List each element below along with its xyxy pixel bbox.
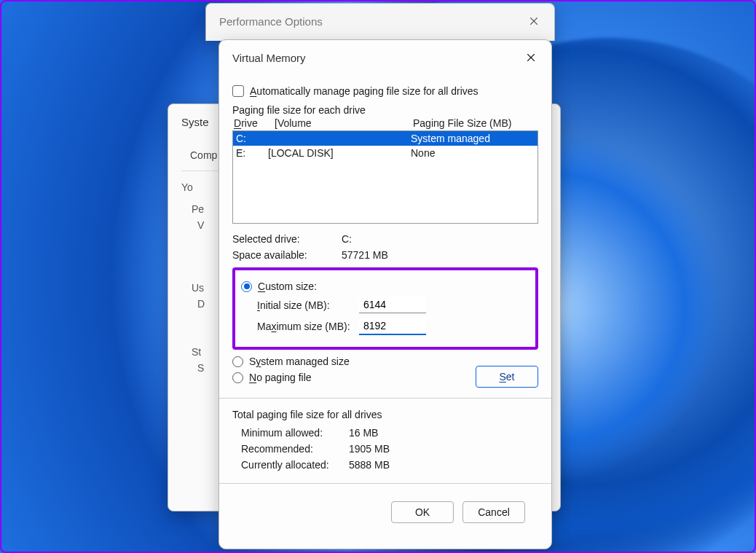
cancel-button[interactable]: Cancel [462,501,525,523]
currently-allocated-row: Currently allocated: 5888 MB [232,457,538,473]
maximum-size-input[interactable] [359,318,426,335]
initial-size-input[interactable] [359,297,426,313]
drive-list-headers: Drive [Volume Paging File Size (MB) [232,117,538,130]
radio-unchecked-icon[interactable] [232,356,243,367]
auto-manage-checkbox-row[interactable]: Automatically manage paging file size fo… [232,85,538,97]
drive-row-c[interactable]: C: System managed [233,131,538,146]
radio-checked-icon[interactable] [241,281,252,292]
window-title: Performance Options [219,15,524,28]
set-button[interactable]: Set [476,366,538,388]
drive-list[interactable]: C: System managed E: [LOCAL DISK] None [232,130,538,224]
divider [219,483,551,484]
divider [219,398,551,399]
auto-manage-label: Automatically manage paging file size fo… [250,85,479,97]
virtual-memory-dialog: Virtual Memory Automatically manage pagi… [218,39,552,549]
totals-title: Total paging file size for all drives [232,409,538,420]
selected-drive-row: Selected drive: C: [232,231,538,247]
space-available-row: Space available: 57721 MB [232,247,538,263]
radio-unchecked-icon[interactable] [232,372,243,383]
checkbox-unchecked-icon[interactable] [232,85,244,97]
custom-size-highlight: Custom size: Initial size (MB): Maximum … [232,267,538,350]
initial-size-row: Initial size (MB): [257,297,529,313]
paging-each-drive-label: Paging file size for each drive [232,104,538,116]
maximum-size-row: Maximum size (MB): [257,318,529,335]
dialog-title: Virtual Memory [232,52,521,64]
min-allowed-row: Minimum allowed: 16 MB [232,425,538,441]
ok-button[interactable]: OK [391,501,454,523]
performance-options-window: Performance Options [205,3,555,41]
custom-size-radio[interactable]: Custom size: [241,281,529,292]
close-icon[interactable] [524,11,544,31]
close-icon[interactable] [521,47,541,68]
recommended-row: Recommended: 1905 MB [232,441,538,457]
drive-row-e[interactable]: E: [LOCAL DISK] None [233,146,538,160]
